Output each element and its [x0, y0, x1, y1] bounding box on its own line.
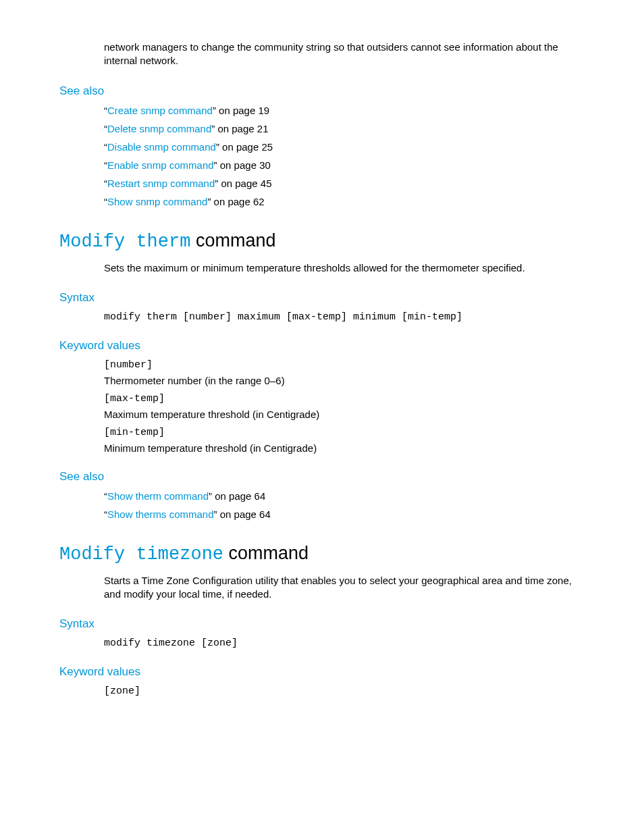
link-delete-snmp[interactable]: Delete snmp command	[107, 123, 211, 134]
see-also-item: “Show therm command” on page 64	[104, 490, 585, 502]
see-also-heading: See also	[59, 84, 585, 98]
heading-mono: Modify timezone	[59, 544, 223, 565]
syntax-heading: Syntax	[59, 291, 585, 305]
page-ref: on page 64	[217, 509, 271, 520]
keyword-code: [max-temp]	[104, 393, 585, 405]
see-also-item: “Show therms command” on page 64	[104, 509, 585, 520]
intro-paragraph: network managers to change the community…	[59, 41, 585, 68]
heading-word: command	[190, 230, 275, 251]
keyword-code: [zone]	[104, 685, 585, 697]
see-also-list: “Create snmp command” on page 19 “Delete…	[59, 105, 585, 207]
see-also-item: “Delete snmp command” on page 21	[104, 123, 585, 134]
keyword-desc: Maximum temperature threshold (in Centig…	[104, 409, 585, 420]
link-restart-snmp[interactable]: Restart snmp command	[107, 178, 215, 189]
keyword-desc: Thermometer number (in the range 0–6)	[104, 375, 585, 386]
link-disable-snmp[interactable]: Disable snmp command	[107, 141, 216, 153]
link-show-snmp[interactable]: Show snmp command	[107, 196, 207, 207]
page-ref: on page 25	[219, 141, 273, 153]
keyword-values-heading: Keyword values	[59, 665, 585, 679]
syntax-code: modify timezone [zone]	[59, 637, 585, 649]
page-ref: on page 62	[211, 196, 264, 207]
heading-mono: Modify therm	[59, 232, 190, 252]
link-create-snmp[interactable]: Create snmp command	[107, 105, 213, 116]
link-show-therms[interactable]: Show therms command	[107, 509, 214, 520]
document-page: network managers to change the community…	[0, 0, 644, 834]
keyword-values-block: [number] Thermometer number (in the rang…	[59, 359, 585, 454]
section-heading-modify-timezone: Modify timezone command	[59, 543, 585, 565]
keyword-values-block: [zone]	[59, 685, 585, 697]
keyword-code: [min-temp]	[104, 427, 585, 438]
link-enable-snmp[interactable]: Enable snmp command	[107, 159, 214, 171]
syntax-heading: Syntax	[59, 617, 585, 631]
see-also-item: “Disable snmp command” on page 25	[104, 141, 585, 153]
heading-word: command	[223, 543, 308, 563]
keyword-code: [number]	[104, 359, 585, 371]
section-description: Sets the maximum or minimum temperature …	[59, 261, 585, 275]
page-ref: on page 45	[218, 178, 271, 189]
link-show-therm[interactable]: Show therm command	[107, 490, 209, 502]
section-heading-modify-therm: Modify therm command	[59, 230, 585, 252]
see-also-list: “Show therm command” on page 64 “Show th…	[59, 490, 585, 520]
see-also-item: “Enable snmp command” on page 30	[104, 159, 585, 171]
page-ref: on page 19	[216, 105, 269, 116]
page-ref: on page 30	[217, 159, 271, 171]
page-ref: on page 21	[215, 123, 268, 134]
keyword-values-heading: Keyword values	[59, 339, 585, 353]
see-also-item: “Restart snmp command” on page 45	[104, 178, 585, 189]
see-also-heading: See also	[59, 470, 585, 484]
page-ref: on page 64	[212, 490, 265, 502]
syntax-code: modify therm [number] maximum [max-temp]…	[59, 311, 585, 323]
section-description: Starts a Time Zone Configuration utility…	[59, 574, 585, 602]
keyword-desc: Minimum temperature threshold (in Centig…	[104, 442, 585, 454]
see-also-item: “Show snmp command” on page 62	[104, 196, 585, 207]
see-also-item: “Create snmp command” on page 19	[104, 105, 585, 116]
